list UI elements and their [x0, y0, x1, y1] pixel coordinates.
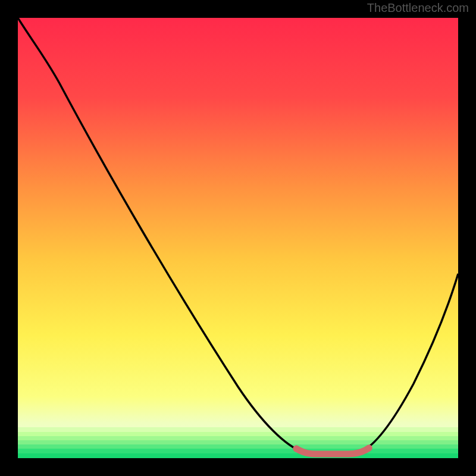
optimal-range-highlight	[296, 448, 369, 454]
bottleneck-curve	[18, 18, 458, 458]
chart-area	[18, 18, 458, 458]
highlight-end-dot	[366, 445, 372, 452]
curve-line	[18, 18, 458, 454]
highlight-start-dot	[293, 446, 300, 452]
watermark-text: TheBottleneck.com	[367, 1, 469, 15]
